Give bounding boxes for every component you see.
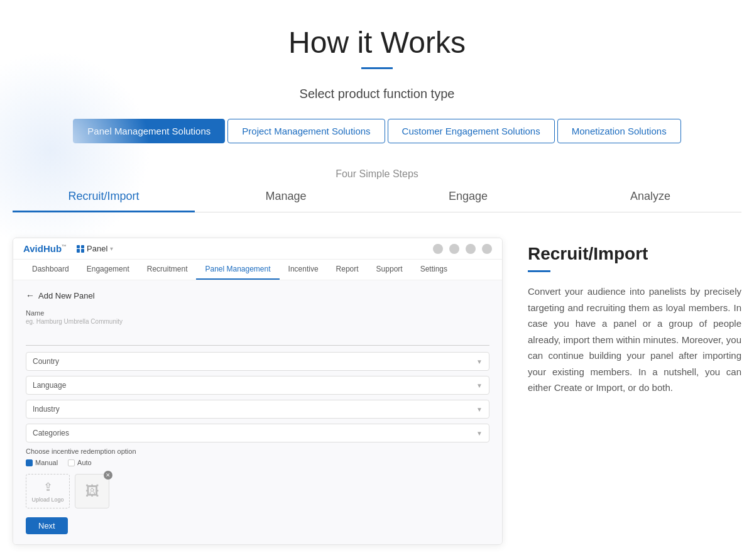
page-title: How it Works — [13, 25, 741, 60]
steps-label: Four Simple Steps — [13, 168, 741, 180]
main-content: AvidHub™ Panel ▾ Dashboard — [13, 238, 741, 545]
image-preview-icon: 🖼 — [85, 483, 99, 500]
nav-report[interactable]: Report — [327, 260, 368, 280]
title-divider — [361, 67, 393, 69]
checkbox-auto[interactable]: Auto — [68, 459, 92, 466]
app-body: ← Add New Panel Name eg. Hamburg Umbrell… — [13, 280, 502, 544]
country-select-arrow: ▼ — [476, 358, 483, 365]
panel-pill[interactable]: Panel ▾ — [77, 244, 113, 253]
image-preview-box: 🖼 ✕ — [75, 474, 109, 508]
tab-monetization[interactable]: Monetization Solutions — [557, 119, 681, 143]
step-analyze[interactable]: Analyze — [559, 190, 741, 212]
tab-panel-management[interactable]: Panel Management Solutions — [73, 119, 225, 143]
app-topbar: AvidHub™ Panel ▾ — [13, 238, 502, 260]
upload-cloud-icon: ⇪ — [43, 480, 53, 494]
nav-dashboard[interactable]: Dashboard — [23, 260, 78, 280]
nav-settings[interactable]: Settings — [412, 260, 456, 280]
step-recruit[interactable]: Recruit/Import — [13, 190, 195, 212]
categories-select-arrow: ▼ — [476, 430, 483, 437]
steps-nav: Recruit/Import Manage Engage Analyze — [13, 190, 741, 212]
language-select-arrow: ▼ — [476, 382, 483, 389]
checkbox-auto-box — [68, 459, 75, 466]
app-back-row: ← Add New Panel — [26, 290, 489, 300]
page-subtitle: Select product function type — [13, 87, 741, 101]
incentive-options: Manual Auto — [26, 459, 489, 466]
nav-support[interactable]: Support — [368, 260, 412, 280]
categories-select[interactable]: Categories ▼ — [26, 424, 489, 442]
app-logo: AvidHub™ — [23, 243, 67, 254]
back-arrow-icon[interactable]: ← — [26, 290, 35, 300]
add-panel-form: Name eg. Hamburg Umbrella Community Coun… — [26, 309, 489, 534]
info-description: Convert your audience into panelists by … — [528, 283, 741, 396]
step-manage[interactable]: Manage — [195, 190, 377, 212]
incentive-label: Choose incentive redemption option — [26, 447, 489, 455]
checkbox-manual-box — [26, 459, 33, 466]
app-nav: Dashboard Engagement Recruitment Panel M… — [13, 260, 502, 280]
add-panel-title: Add New Panel — [38, 291, 95, 300]
language-select[interactable]: Language ▼ — [26, 376, 489, 395]
panel-name-input[interactable] — [26, 331, 489, 346]
topbar-icon-4 — [482, 244, 492, 254]
upload-logo-box[interactable]: ⇪ Upload Logo — [26, 474, 70, 508]
industry-select[interactable]: Industry ▼ — [26, 400, 489, 419]
upload-row: ⇪ Upload Logo 🖼 ✕ — [26, 474, 489, 508]
nav-recruitment[interactable]: Recruitment — [138, 260, 197, 280]
info-panel: Recruit/Import Convert your audience int… — [528, 238, 741, 396]
industry-select-arrow: ▼ — [476, 406, 483, 413]
info-title: Recruit/Import — [528, 244, 741, 264]
product-tabs: Panel Management Solutions Project Manag… — [13, 119, 741, 143]
image-close-button[interactable]: ✕ — [104, 471, 112, 480]
nav-incentive[interactable]: Incentive — [280, 260, 327, 280]
panel-grid-icon — [77, 245, 84, 253]
step-engage[interactable]: Engage — [377, 190, 559, 212]
app-screenshot: AvidHub™ Panel ▾ Dashboard — [13, 238, 503, 545]
info-underline — [528, 270, 550, 272]
nav-panel-management[interactable]: Panel Management — [196, 260, 279, 280]
country-select[interactable]: Country ▼ — [26, 352, 489, 371]
app-topbar-right — [433, 244, 492, 254]
tab-project-management[interactable]: Project Management Solutions — [227, 119, 385, 143]
nav-engagement[interactable]: Engagement — [78, 260, 138, 280]
name-label: Name — [26, 309, 489, 317]
topbar-icon-2 — [449, 244, 459, 254]
next-button[interactable]: Next — [26, 517, 68, 534]
topbar-icon-3 — [466, 244, 476, 254]
checkbox-manual[interactable]: Manual — [26, 459, 58, 466]
tab-customer-engagement[interactable]: Customer Engagement Solutions — [388, 119, 555, 143]
topbar-icon-1 — [433, 244, 443, 254]
name-hint: eg. Hamburg Umbrella Community — [26, 318, 489, 325]
